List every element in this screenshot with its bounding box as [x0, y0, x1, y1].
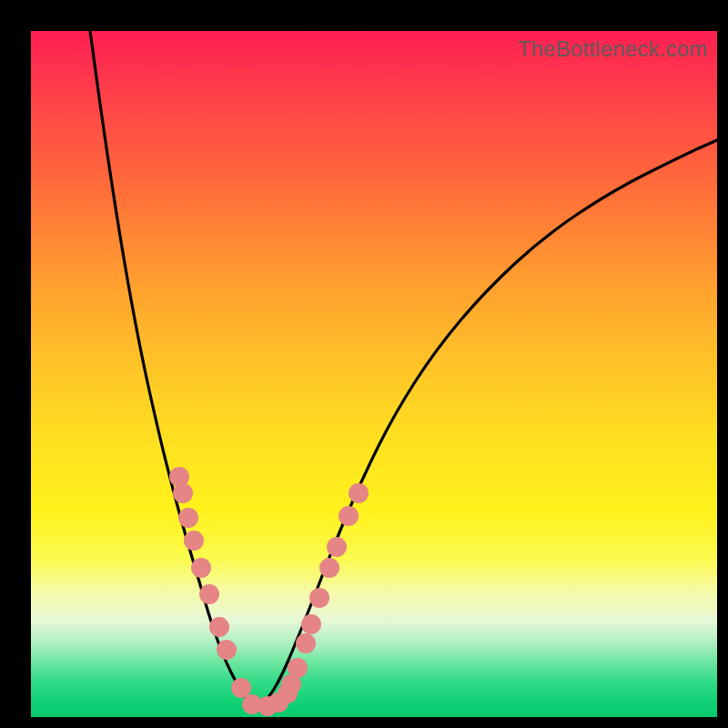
- curve-left: [90, 31, 254, 709]
- bead-left-5: [199, 584, 219, 604]
- bead-left-4: [191, 558, 211, 578]
- bead-right-8: [319, 558, 339, 578]
- beads-right-group: [258, 483, 369, 716]
- plot-area: TheBottleneck.com: [31, 31, 717, 717]
- bead-right-11: [349, 483, 369, 503]
- bead-right-7: [309, 588, 329, 608]
- bead-right-5: [296, 633, 316, 653]
- outer-frame: TheBottleneck.com: [0, 0, 728, 728]
- bead-right-6: [301, 614, 321, 634]
- beads-left-group: [169, 467, 262, 714]
- curve-right: [254, 140, 717, 709]
- bead-left-7: [217, 640, 237, 660]
- curve-svg: [31, 31, 717, 717]
- bead-left-8: [231, 678, 251, 698]
- bead-right-10: [339, 506, 359, 526]
- bead-left-6: [209, 617, 229, 637]
- bead-left-1: [173, 483, 193, 503]
- bead-right-4: [288, 658, 308, 678]
- bead-right-9: [327, 537, 347, 557]
- bead-left-3: [184, 531, 204, 551]
- bead-left-2: [178, 508, 198, 528]
